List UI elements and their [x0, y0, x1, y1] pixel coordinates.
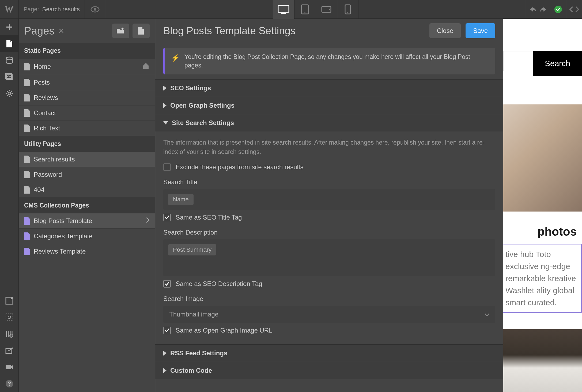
grid-icon[interactable]: [0, 326, 19, 342]
section-label: Site Search Settings: [172, 119, 234, 127]
section-label: Open Graph Settings: [170, 102, 235, 109]
save-button[interactable]: Save: [466, 23, 495, 38]
page-item-home[interactable]: Home: [19, 59, 155, 75]
left-tool-rail: ?: [0, 19, 19, 392]
status-indicator[interactable]: [550, 0, 566, 19]
section-label: Custom Code: [170, 367, 212, 374]
page-icon: [24, 186, 30, 194]
same-desc-label: Same as SEO Description Tag: [176, 280, 262, 288]
navigator-icon[interactable]: [0, 292, 19, 309]
chevron-right-icon: [163, 368, 167, 373]
close-icon[interactable]: ✕: [58, 27, 64, 35]
exclude-checkbox[interactable]: [163, 163, 171, 171]
viewport-phone-landscape[interactable]: [316, 0, 337, 19]
svg-text:?: ?: [7, 380, 11, 387]
page-item-richtext[interactable]: Rich Text: [19, 121, 155, 136]
page-item-contact[interactable]: Contact: [19, 105, 155, 121]
search-title-label: Search Title: [163, 178, 495, 186]
page-indicator[interactable]: Page: Search results: [19, 0, 85, 19]
viewport-switcher: [105, 0, 526, 19]
viewport-desktop[interactable]: [273, 0, 294, 19]
cms-page-icon: [24, 217, 30, 225]
page-item-blog-template[interactable]: Blog Posts Template: [19, 213, 155, 229]
og-settings-section[interactable]: Open Graph Settings: [155, 97, 503, 114]
page-item-posts[interactable]: Posts: [19, 75, 155, 90]
undo-icon[interactable]: [530, 6, 537, 13]
audit-icon[interactable]: [0, 342, 19, 359]
search-button[interactable]: Search: [533, 51, 582, 76]
exclude-checkbox-row[interactable]: Exclude these pages from site search res…: [163, 163, 495, 171]
pages-panel: Pages ✕ Static Pages Home Posts Reviews …: [19, 19, 155, 392]
page-item-label: Contact: [34, 109, 56, 117]
page-item-categories-template[interactable]: Categories Template: [19, 229, 155, 244]
settings-gear-icon[interactable]: [0, 85, 19, 102]
redo-icon[interactable]: [539, 6, 547, 13]
page-icon: [24, 109, 30, 117]
search-desc-input[interactable]: Post Summary: [163, 239, 495, 276]
svg-point-7: [329, 9, 330, 10]
same-desc-checkbox-row[interactable]: Same as SEO Description Tag: [163, 280, 495, 288]
chevron-right-icon: [146, 217, 150, 225]
same-image-checkbox-row[interactable]: Same as Open Graph Image URL: [163, 327, 495, 334]
cms-icon[interactable]: [0, 52, 19, 69]
site-search-section[interactable]: Site Search Settings: [155, 114, 503, 131]
viewport-tablet[interactable]: [294, 0, 316, 19]
svg-point-1: [94, 8, 96, 11]
code-export-icon[interactable]: [566, 0, 582, 19]
close-button[interactable]: Close: [429, 23, 461, 38]
search-image-select[interactable]: Thumbnail image: [163, 306, 495, 323]
info-banner: ⚡ You're editing the Blog Post Collectio…: [163, 48, 495, 74]
assets-icon[interactable]: [0, 69, 19, 85]
search-desc-label: Search Description: [163, 229, 495, 236]
same-title-label: Same as SEO Title Tag: [176, 214, 242, 221]
page-item-password[interactable]: Password: [19, 167, 155, 182]
svg-point-14: [8, 92, 11, 95]
utility-pages-header: Utility Pages: [19, 136, 155, 152]
page-item-search-results[interactable]: Search results: [19, 152, 155, 167]
preview-toggle[interactable]: [85, 0, 105, 19]
canvas-preview: Search photos tive hub Toto exclusive ng…: [503, 19, 582, 392]
svg-point-17: [8, 316, 11, 319]
svg-rect-20: [6, 365, 11, 369]
same-title-checkbox[interactable]: [163, 214, 171, 221]
settings-header: Blog Posts Template Settings Close Save: [155, 19, 503, 43]
viewport-phone[interactable]: [337, 0, 358, 19]
custom-code-section[interactable]: Custom Code: [155, 362, 503, 379]
video-icon[interactable]: [0, 359, 19, 375]
svg-point-10: [554, 6, 562, 13]
new-page-button[interactable]: [133, 24, 150, 38]
svg-rect-3: [281, 13, 286, 14]
page-item-404[interactable]: 404: [19, 182, 155, 198]
page-icon: [24, 125, 30, 132]
svg-point-5: [304, 12, 305, 13]
help-icon[interactable]: ?: [0, 375, 19, 392]
page-item-label: Reviews Template: [34, 248, 86, 255]
new-folder-button[interactable]: [112, 24, 129, 38]
pages-icon[interactable]: [0, 35, 19, 52]
page-icon: [24, 156, 30, 163]
webflow-logo[interactable]: [0, 0, 19, 19]
preview-heading-fragment: photos: [537, 225, 577, 238]
exclude-label: Exclude these pages from site search res…: [176, 163, 304, 171]
page-item-reviews[interactable]: Reviews: [19, 90, 155, 105]
preview-image-hand: [503, 104, 582, 212]
static-pages-header: Static Pages: [19, 43, 155, 59]
xray-icon[interactable]: [0, 309, 19, 326]
chevron-right-icon: [163, 351, 167, 356]
seo-settings-section[interactable]: SEO Settings: [155, 79, 503, 97]
preview-image-desk: [503, 329, 582, 392]
rss-settings-section[interactable]: RSS Feed Settings: [155, 344, 503, 362]
page-item-label: Rich Text: [34, 125, 60, 132]
page-item-reviews-template[interactable]: Reviews Template: [19, 244, 155, 259]
search-title-input[interactable]: Name: [163, 189, 495, 210]
chevron-right-icon: [163, 86, 167, 91]
site-search-body: The information that is presented in sit…: [155, 131, 503, 344]
add-element-icon[interactable]: [0, 19, 19, 35]
page-item-label: Search results: [34, 156, 75, 163]
select-value: Thumbnail image: [169, 311, 218, 318]
same-desc-checkbox[interactable]: [163, 280, 171, 288]
same-image-checkbox[interactable]: [163, 327, 171, 334]
settings-panel: Blog Posts Template Settings Close Save …: [155, 19, 503, 392]
same-title-checkbox-row[interactable]: Same as SEO Title Tag: [163, 214, 495, 221]
page-item-label: Blog Posts Template: [34, 217, 92, 225]
